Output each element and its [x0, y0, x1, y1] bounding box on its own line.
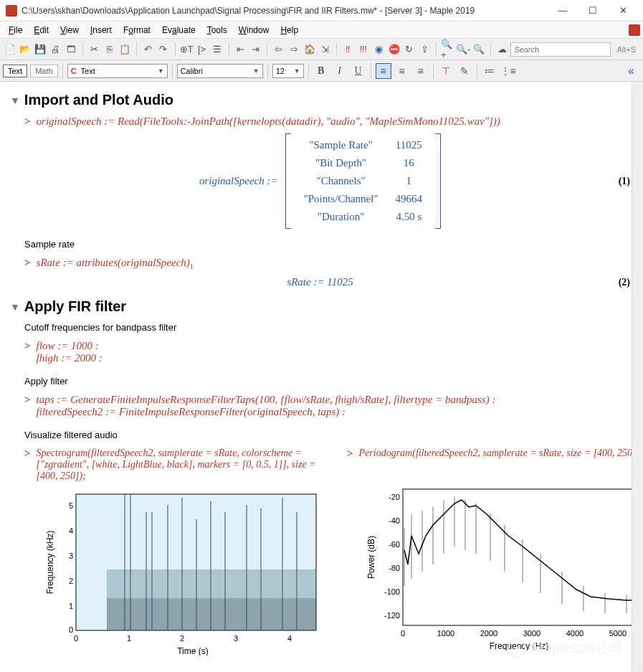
cut-icon[interactable]: ✂ [87, 42, 101, 57]
equation-label[interactable]: (2) [619, 277, 630, 288]
worksheet-body[interactable]: ▼ Import and Plot Audio > originalSpeech… [0, 82, 643, 672]
maple-input[interactable]: fhigh := 2000 : [37, 352, 103, 364]
menu-file[interactable]: File [3, 24, 28, 37]
tab-math[interactable]: Math [30, 65, 57, 77]
paste-icon[interactable]: 📋 [118, 42, 132, 57]
maple-input[interactable]: Periodogram(filteredSpeech2, samplerate … [359, 448, 640, 460]
text-paragraph[interactable]: Apply filter [24, 376, 630, 387]
section-header-1[interactable]: ▼ Import and Plot Audio [10, 92, 630, 108]
zoom-in-icon[interactable]: 🔍+ [441, 42, 454, 57]
align-left-button[interactable]: ≡ [376, 63, 391, 79]
maximize-button[interactable]: ☐ [578, 2, 607, 19]
numbered-list-button[interactable]: ≔ [482, 63, 497, 79]
section-header-2[interactable]: ▼ Apply FIR filter [10, 298, 630, 315]
zoom-out-icon[interactable]: 🔍- [456, 42, 470, 57]
menu-edit[interactable]: Edit [28, 24, 54, 37]
svg-text:3000: 3000 [523, 629, 540, 638]
undo-icon[interactable]: ↶ [141, 42, 155, 57]
maple-input[interactable]: originalSpeech := Read(FileTools:-JoinPa… [37, 115, 500, 128]
collapse-palettes-icon[interactable]: « [628, 65, 640, 77]
bold-button[interactable]: B [313, 63, 329, 79]
maple-input[interactable]: filteredSpeech2 := FiniteImpulseResponse… [37, 406, 496, 418]
save-icon[interactable]: 💾 [34, 42, 47, 57]
svg-text:3: 3 [69, 552, 73, 560]
new-doc-icon[interactable]: 📄 [3, 42, 16, 57]
vertical-scrollbar[interactable] [632, 82, 643, 672]
debug-icon[interactable]: ◉ [371, 42, 385, 57]
minimize-button[interactable]: — [548, 2, 577, 19]
menu-help[interactable]: Help [275, 24, 304, 37]
share-icon[interactable]: ⇪ [418, 42, 432, 57]
search-input[interactable] [510, 42, 611, 57]
insert-prompt-icon[interactable]: [> [195, 42, 209, 57]
align-right-button[interactable]: ≡ [413, 63, 429, 79]
indent-right-icon[interactable]: ⇥ [249, 42, 262, 57]
execute-icon[interactable]: ‼ [341, 42, 355, 57]
underline-button[interactable]: U [351, 63, 366, 79]
text-paragraph[interactable]: Cutoff frequencies for bandpass filter [24, 322, 630, 333]
titlebar: C:\Users\skhan\Downloads\Application Lau… [0, 0, 643, 22]
step-back-icon[interactable]: ⇦ [272, 42, 285, 57]
execute-all-icon[interactable]: ‼! [356, 42, 370, 57]
font-color-button[interactable]: ⊤ [438, 63, 454, 79]
window-title: C:\Users\skhan\Downloads\Application Lau… [22, 6, 548, 16]
copy-icon[interactable]: ⎘ [103, 42, 116, 57]
text-paragraph[interactable]: Visualize filtered audio [24, 430, 630, 440]
end-icon[interactable]: ⇲ [318, 42, 331, 57]
maple-input[interactable]: taps := GenerateFiniteImpulseResponseFil… [37, 394, 496, 406]
periodogram-plot[interactable]: -120 -100 -80 -60 -40 -20 0 1000 2000 30… [361, 486, 643, 650]
section-toggle-icon[interactable]: ▼ [10, 301, 20, 313]
execution-group[interactable]: > sRate := attributes(originalSpeech)1 [24, 257, 630, 270]
highlight-button[interactable]: ✎ [457, 63, 472, 79]
xlabel: Frequency (Hz) [490, 641, 549, 650]
output-expr: sRate := 11025 [287, 276, 353, 288]
separator [490, 42, 491, 57]
print-preview-icon[interactable]: 🗔 [65, 42, 78, 57]
execution-group[interactable]: > Spectrogram(filteredSpeech2, samplerat… [24, 448, 325, 482]
menu-window[interactable]: Window [233, 24, 275, 37]
indent-left-icon[interactable]: ⇤ [234, 42, 247, 57]
menu-format[interactable]: Format [118, 24, 156, 37]
print-icon[interactable]: 🖨 [49, 42, 62, 57]
step-forward-icon[interactable]: ⇨ [287, 42, 301, 57]
text-paragraph[interactable]: Sample rate [24, 239, 630, 250]
open-icon[interactable]: 📂 [18, 42, 32, 57]
maple-input[interactable]: flow := 1000 : [37, 340, 103, 352]
italic-button[interactable]: I [332, 63, 348, 79]
menu-tools[interactable]: Tools [201, 24, 233, 37]
svg-text:0: 0 [74, 634, 78, 643]
zoom-reset-icon[interactable]: 🔍 [472, 42, 486, 57]
menubar: File Edit View Insert Format Evaluate To… [0, 22, 643, 39]
chevron-down-icon: ▼ [158, 67, 164, 75]
align-center-button[interactable]: ≡ [394, 63, 410, 79]
app-icon [6, 5, 17, 16]
maple-input[interactable]: Spectrogram(filteredSpeech2, samplerate … [37, 448, 325, 482]
menu-evaluate[interactable]: Evaluate [156, 24, 201, 37]
close-button[interactable]: ✕ [609, 2, 637, 19]
maple-cloud-icon[interactable]: ☁ [495, 42, 509, 57]
svg-text:2: 2 [180, 634, 184, 643]
menu-view[interactable]: View [54, 24, 85, 37]
font-select[interactable]: Calibri ▼ [177, 64, 263, 78]
execution-group[interactable]: > originalSpeech := Read(FileTools:-Join… [24, 115, 630, 128]
paragraph-style-select[interactable]: C Text ▼ [67, 64, 168, 78]
insert-section-icon[interactable]: ☰ [210, 42, 224, 57]
execution-group[interactable]: > flow := 1000 : fhigh := 2000 : [24, 340, 630, 364]
home-icon[interactable]: 🏠 [303, 42, 316, 57]
section-toggle-icon[interactable]: ▼ [10, 95, 20, 106]
font-size-select[interactable]: 12 ▼ [272, 64, 304, 78]
bullet-list-button[interactable]: ⋮≡ [500, 63, 516, 79]
spectrogram-plot[interactable]: 0 1 2 3 4 5 0 1 2 3 4 Freq [39, 491, 325, 656]
insert-text-icon[interactable]: ⊕T [180, 42, 194, 57]
menu-insert[interactable]: Insert [85, 24, 118, 37]
redo-icon[interactable]: ↷ [156, 42, 170, 57]
execution-group[interactable]: > Periodogram(filteredSpeech2, samplerat… [347, 448, 643, 460]
execution-group[interactable]: > taps := GenerateFiniteImpulseResponseF… [24, 394, 630, 418]
separator [229, 42, 229, 57]
tab-text[interactable]: Text [3, 65, 27, 77]
restart-icon[interactable]: ↻ [402, 42, 416, 57]
equation-label[interactable]: (1) [619, 176, 630, 187]
ylabel: Frequency (kHz) [45, 531, 55, 595]
maple-input[interactable]: sRate := attributes(originalSpeech)1 [37, 257, 194, 270]
stop-icon[interactable]: ⛔ [387, 42, 401, 57]
